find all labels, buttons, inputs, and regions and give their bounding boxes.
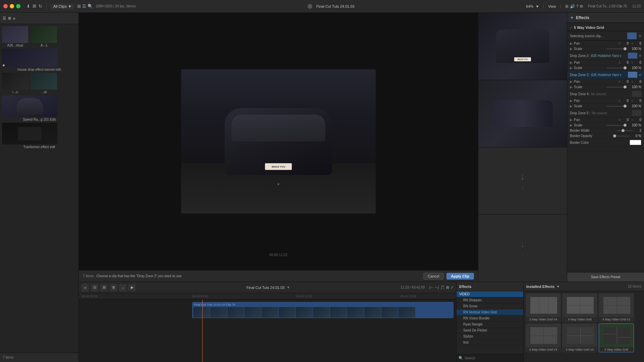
toggle-4[interactable]: ⚙ [580, 4, 583, 9]
category-rn-sharpen[interactable]: RN Sharpen [457, 297, 523, 303]
toggle-2[interactable]: 🔊 [570, 4, 575, 9]
snap-icon[interactable]: |←→| [429, 285, 439, 290]
category-video[interactable]: VIDEO [457, 291, 523, 297]
list-item[interactable]: Tranformer effect edit [2, 123, 76, 149]
category-ryan-nangle[interactable]: Ryan Nangle [457, 321, 523, 327]
clip-view-button[interactable]: ⊟ [91, 284, 98, 291]
expand-icon-2[interactable]: ▶ [570, 47, 573, 51]
scale-slider-5[interactable] [606, 125, 627, 126]
expand-icon-10[interactable]: ▶ [570, 123, 573, 127]
expand-icon-9[interactable]: ▶ [570, 118, 573, 122]
source-clear-icon[interactable]: ✕ [639, 34, 641, 38]
clip-thumbnail[interactable] [2, 123, 57, 144]
x-label: X [619, 42, 621, 45]
sidebar-icon-3[interactable]: ≡ [13, 16, 15, 20]
save-effects-preset-button[interactable]: Save Effects Preset [567, 272, 644, 282]
category-rn-vertical[interactable]: RN Vertical Video Grid [457, 309, 523, 315]
scale-slider-4[interactable] [606, 106, 627, 107]
close-button[interactable] [3, 4, 8, 8]
category-seed-deflicker[interactable]: Seed De-Flicker [457, 327, 523, 334]
apply-clip-button[interactable]: Apply Clip [446, 273, 474, 280]
dz2-thumb[interactable] [628, 53, 637, 59]
toggle-3[interactable]: ? [576, 4, 579, 9]
effect-item-4way-v4[interactable]: 4 Way Video Grid V4 [562, 323, 597, 352]
scale-slider-3[interactable] [606, 87, 627, 87]
clip-thumbnail[interactable] [2, 95, 57, 117]
expand-icon-6[interactable]: ▶ [570, 85, 573, 89]
sidebar-icon-1[interactable]: ☰ [3, 16, 6, 20]
dz5-label: Drop Zone 5 : [570, 111, 590, 115]
index-button[interactable]: ≡ [82, 284, 89, 291]
panel-toggles: ⊞ 🔊 ? ⚙ [565, 4, 584, 9]
timeline-section: ≡ ⊟ ⊞ ≣ ⌄ ▶ Final Cut Tuts 24.01.03 ▼ 11… [79, 282, 456, 362]
toggle-1[interactable]: ⊞ [565, 4, 569, 9]
clip-thumbnail[interactable] [2, 49, 57, 67]
expand-icon-4[interactable]: ▶ [570, 66, 573, 70]
chevron-button[interactable]: ⌄ [119, 284, 126, 291]
clip-thumbnail[interactable] [31, 26, 57, 43]
zoom-dropdown-icon[interactable]: ▼ [535, 4, 539, 8]
expand-icon-8[interactable]: ▶ [570, 104, 573, 108]
dz4-thumb[interactable]: ↓ [632, 91, 641, 97]
effect-item-4way[interactable]: 4 Way Video Grid [562, 293, 597, 322]
preview-canvas: WA19 YVU + 00:00:11:23 [79, 13, 478, 270]
source-clip-label: Selecting source clip... [570, 34, 625, 38]
category-test[interactable]: test [457, 340, 523, 346]
effect-item-3way-v4[interactable]: 3 Way Video Grid V4 [526, 293, 561, 322]
search-icon[interactable]: 🔍 [88, 4, 93, 9]
effect-item-5way[interactable]: 5 Way Video Grid [599, 323, 634, 352]
search-icon-ef: 🔍 [459, 356, 463, 360]
scale-slider-2[interactable] [606, 68, 627, 68]
y-label-2: Y [631, 61, 633, 64]
audio-icon[interactable]: 🎵 [440, 285, 445, 290]
dz2-label: Drop Zone 2: [570, 54, 589, 58]
clip-thumbnail[interactable] [31, 73, 57, 89]
category-stylize[interactable]: Stylize [457, 334, 523, 340]
list-item[interactable]: A35...rtical A...s [2, 26, 76, 47]
expand-icon-7[interactable]: ▶ [570, 99, 573, 103]
zoom-fit-icon[interactable]: ⊠ [446, 285, 449, 290]
category-rn-snow[interactable]: RN Snow [457, 303, 523, 309]
effects-title: Effects [576, 15, 589, 20]
frame-view-button[interactable]: ⊞ [100, 284, 108, 291]
play-button[interactable]: ▶ [128, 284, 136, 291]
dz5-thumb[interactable]: ↓ [632, 110, 641, 116]
expand-icon-t[interactable]: ⤢ [450, 285, 453, 290]
expand-icon-3[interactable]: ▶ [570, 61, 573, 64]
effects-search-input[interactable] [465, 356, 521, 360]
grid-view-icon[interactable]: ⊞ [77, 4, 81, 9]
border-opacity-slider[interactable] [613, 136, 630, 136]
all-clips-dropdown[interactable]: All Clips ▼ [51, 4, 74, 9]
fullscreen-button[interactable] [16, 4, 20, 8]
source-clip-thumb[interactable] [627, 33, 637, 39]
scale-slider-1[interactable] [606, 49, 627, 49]
clip-thumbnail[interactable] [2, 26, 28, 43]
border-color-swatch[interactable] [630, 140, 641, 145]
list-item[interactable]: Speed Ra...g 101 Edit [2, 95, 76, 121]
timeline-dropdown-icon[interactable]: ▼ [286, 286, 290, 289]
expand-icon[interactable]: ▶ [570, 42, 573, 45]
view-menu[interactable]: View [548, 4, 556, 8]
category-rn-vision[interactable]: RN Vision Bundle [457, 315, 523, 321]
installed-effects-filter[interactable]: ▼ [556, 285, 559, 288]
list-item[interactable]: i...o ...al [2, 73, 76, 94]
main-clip-bar[interactable]: Final Cut Tuts 24.01.03 Clip 76 [192, 302, 453, 318]
cancel-button[interactable]: Cancel [423, 273, 443, 280]
effect-item-4way-v3[interactable]: 4 Way Video Grid V3 [526, 323, 561, 352]
border-width-slider[interactable] [616, 130, 633, 131]
dz2-clear[interactable]: ✕ [639, 54, 641, 58]
effects-browser-bottom: Effects VIDEO RN Sharpen RN Snow RN Vert… [456, 282, 644, 362]
dz3-clear[interactable]: ✕ [639, 73, 641, 77]
effect-item-4way-v2[interactable]: 4 Way Video Grid V2 [599, 293, 634, 322]
minimize-button[interactable] [10, 4, 14, 8]
waveform-button[interactable]: ≣ [110, 284, 117, 291]
list-view-icon[interactable]: ☰ [82, 4, 86, 9]
effect-enabled-checkbox[interactable]: ✓ [570, 26, 573, 29]
clip-thumbnail[interactable] [2, 73, 28, 89]
effect-preview-3way-v4 [526, 294, 561, 317]
dz3-thumb[interactable] [628, 72, 637, 78]
film-frame [313, 307, 330, 318]
list-item[interactable]: house drop effect tutorial edit [2, 49, 76, 71]
sidebar-icon-2[interactable]: ⊞ [8, 16, 11, 20]
expand-icon-5[interactable]: ▶ [570, 80, 573, 83]
